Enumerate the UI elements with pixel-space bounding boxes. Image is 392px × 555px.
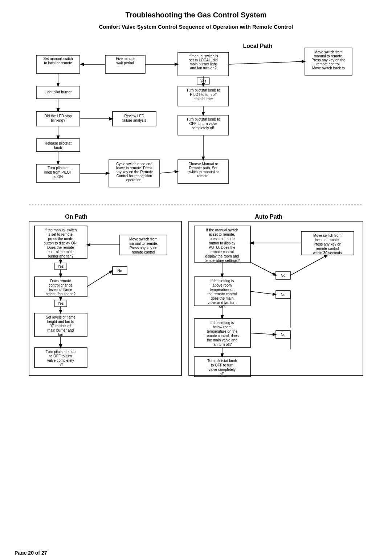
svg-text:Choose Manual or: Choose Manual or <box>188 162 218 166</box>
svg-text:remote control.: remote control. <box>317 62 341 66</box>
svg-text:Turn pilotstat knob to: Turn pilotstat knob to <box>186 117 220 121</box>
svg-text:control the main: control the main <box>48 250 73 254</box>
svg-line-18 <box>229 61 305 64</box>
svg-text:is set to remote,: is set to remote, <box>48 232 73 236</box>
svg-text:If the manual switch: If the manual switch <box>45 228 77 232</box>
svg-text:Move switch from: Move switch from <box>314 50 343 54</box>
page-subtitle: Comfort Valve System Control Sequence of… <box>15 24 377 30</box>
svg-text:Move switch back to: Move switch back to <box>312 66 345 70</box>
svg-text:below room: below room <box>213 325 232 329</box>
set-manual-switch-label: Set manual switch <box>43 57 73 61</box>
svg-text:Set levels of flame: Set levels of flame <box>46 315 75 319</box>
svg-text:Cycle switch once and: Cycle switch once and <box>116 162 152 166</box>
svg-text:to OFF to turn: to OFF to turn <box>211 363 233 367</box>
svg-text:press the mode: press the mode <box>210 237 235 241</box>
svg-text:and fan turn on?: and fan turn on? <box>190 66 217 70</box>
svg-text:Control for recognition: Control for recognition <box>117 174 152 178</box>
svg-text:No: No <box>281 333 286 337</box>
svg-text:remote control: remote control <box>132 250 155 254</box>
auto-path-header: Auto Path <box>255 214 282 220</box>
page-footer: Page 20 of 27 <box>15 550 377 555</box>
svg-text:operation.: operation. <box>126 178 142 182</box>
svg-text:Did the LED stop: Did the LED stop <box>44 114 72 118</box>
svg-text:No: No <box>281 274 286 278</box>
svg-text:No: No <box>281 293 286 297</box>
svg-text:main burner light: main burner light <box>190 62 217 66</box>
svg-text:above room: above room <box>213 283 232 287</box>
svg-text:Turn pilotstat: Turn pilotstat <box>48 166 69 170</box>
svg-text:main burner and: main burner and <box>48 328 74 332</box>
svg-text:height, fan speed?: height, fan speed? <box>46 292 76 296</box>
svg-text:Press any key on: Press any key on <box>130 246 158 250</box>
svg-line-128 <box>250 262 276 275</box>
svg-text:Press any key on the: Press any key on the <box>311 58 346 62</box>
svg-text:to OFF to turn: to OFF to turn <box>49 354 72 358</box>
svg-text:knob from PILOT: knob from PILOT <box>44 170 72 174</box>
svg-text:manual to remote.: manual to remote. <box>314 54 343 58</box>
page-title: Troubleshooting the Gas Control System <box>15 11 377 19</box>
svg-text:Press any key on: Press any key on <box>314 242 342 246</box>
svg-text:If the manual switch: If the manual switch <box>206 228 238 232</box>
svg-text:is set to remote,: is set to remote, <box>209 232 235 236</box>
svg-text:off.: off. <box>220 372 225 376</box>
svg-text:any key on the Remote: any key on the Remote <box>116 170 153 174</box>
svg-text:temperature on the: temperature on the <box>207 329 238 333</box>
diagram-area: Local Path Set manual switch to local or… <box>15 37 377 539</box>
svg-text:fan: fan <box>58 333 63 337</box>
svg-text:Move switch from: Move switch from <box>129 237 158 241</box>
svg-text:Five minute: Five minute <box>116 57 135 61</box>
svg-text:does the main: does the main <box>211 296 234 300</box>
svg-text:blinking?: blinking? <box>51 118 65 122</box>
svg-text:failure analysis: failure analysis <box>122 118 146 122</box>
svg-text:Does the remote: Does the remote <box>47 246 74 250</box>
svg-text:the remote control: the remote control <box>208 292 237 296</box>
svg-text:Yes: Yes <box>58 264 64 268</box>
svg-text:If the setting is: If the setting is <box>211 279 234 283</box>
svg-text:switch to manual or: switch to manual or <box>188 170 219 174</box>
svg-text:Yes: Yes <box>58 301 64 305</box>
svg-text:off: off <box>59 363 63 367</box>
svg-text:Does remote: Does remote <box>50 279 71 283</box>
svg-text:wait period: wait period <box>116 61 134 65</box>
svg-text:valve completely: valve completely <box>209 368 236 372</box>
svg-text:remote control: remote control <box>211 250 234 254</box>
svg-line-129 <box>290 255 327 275</box>
svg-text:Light pilot burner: Light pilot burner <box>45 90 72 94</box>
svg-line-152 <box>250 333 276 335</box>
svg-text:Turn pilotstat knob: Turn pilotstat knob <box>46 350 75 354</box>
svg-text:control change: control change <box>49 283 73 287</box>
svg-text:remote control: remote control <box>316 247 339 251</box>
svg-text:If the setting is: If the setting is <box>211 321 234 325</box>
svg-text:display the room and: display the room and <box>205 254 239 258</box>
svg-text:local to remote.: local to remote. <box>315 238 340 242</box>
svg-line-63 <box>160 171 178 173</box>
svg-text:to ON: to ON <box>53 175 63 179</box>
svg-text:No: No <box>118 269 122 273</box>
svg-line-91 <box>87 271 113 287</box>
svg-text:height and fan to: height and fan to <box>47 320 74 324</box>
svg-text:AUTO. Does the: AUTO. Does the <box>209 246 236 250</box>
svg-text:Turn pilotstat knob to: Turn pilotstat knob to <box>186 88 220 92</box>
svg-text:knob: knob <box>54 146 62 150</box>
svg-text:main burner: main burner <box>193 97 213 101</box>
svg-text:PILOT to turn off: PILOT to turn off <box>190 93 217 97</box>
svg-text:Turn pilotstat knob: Turn pilotstat knob <box>207 359 237 363</box>
svg-line-141 <box>250 291 276 295</box>
on-path-header: On Path <box>65 214 87 220</box>
svg-text:burner and fan?: burner and fan? <box>48 254 74 258</box>
local-path-header: Local Path <box>243 43 273 49</box>
svg-text:remote.: remote. <box>197 174 209 178</box>
svg-text:valve completely: valve completely <box>47 358 74 362</box>
svg-text:fan turn off?: fan turn off? <box>212 343 232 347</box>
svg-text:temperature on: temperature on <box>210 288 234 292</box>
svg-text:remote control, does: remote control, does <box>205 334 238 338</box>
svg-text:Release pilotstat: Release pilotstat <box>45 141 72 145</box>
svg-text:temperature settings?: temperature settings? <box>205 259 240 263</box>
svg-text:set to LOCAL, did: set to LOCAL, did <box>189 58 218 62</box>
svg-text:OFF to turn valve: OFF to turn valve <box>189 122 217 126</box>
svg-text:completely off.: completely off. <box>192 126 215 130</box>
svg-text:If manual switch is: If manual switch is <box>188 54 218 58</box>
svg-text:within 30 seconds: within 30 seconds <box>313 251 342 255</box>
svg-text:Move switch from: Move switch from <box>313 234 342 238</box>
svg-text:the main valve and: the main valve and <box>207 338 237 342</box>
